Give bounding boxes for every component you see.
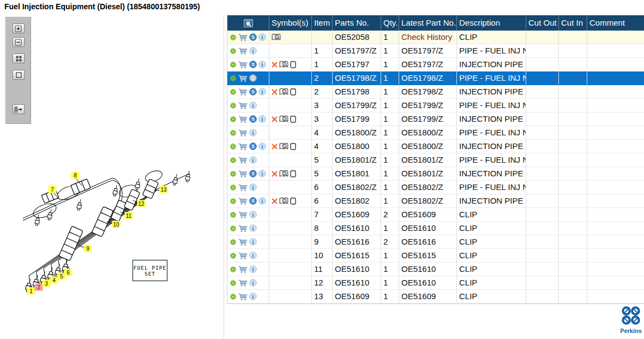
gear-icon[interactable] <box>230 61 237 68</box>
gear-icon[interactable] <box>230 116 237 123</box>
info-icon[interactable]: i <box>249 183 257 191</box>
cart-icon[interactable] <box>238 102 248 110</box>
table-row[interactable]: i3OE51799/Z1OE51799/ZPIPE - FUEL INJ NOZ <box>227 99 644 112</box>
col-header-actions[interactable] <box>227 15 269 31</box>
cart-icon[interactable] <box>238 74 248 82</box>
diagram-callout-13[interactable]: 13 <box>160 186 168 193</box>
parts-diagram[interactable]: FUEL PIPE SET 12345678910111213 <box>16 163 199 304</box>
info-icon[interactable]: i <box>258 61 266 68</box>
cart-icon[interactable] <box>238 293 248 301</box>
diagram-callout-12[interactable]: 12 <box>137 200 146 207</box>
info-icon[interactable]: i <box>258 33 266 41</box>
info-icon[interactable]: i <box>258 88 266 96</box>
diagram-callout-8[interactable]: 8 <box>71 172 80 179</box>
table-row[interactable]: Si1OE517971OE51797/ZINJECTION PIPE <box>227 58 644 72</box>
diagram-callout-3[interactable]: 3 <box>43 280 51 287</box>
col-header-cut_out[interactable]: Cut Out <box>526 15 559 31</box>
diagram-callout-7[interactable]: 7 <box>49 186 57 193</box>
info-icon[interactable]: i <box>258 170 266 177</box>
cart-icon[interactable] <box>238 183 248 192</box>
table-row[interactable]: i6OE51802/Z1OE51802/ZPIPE - FUEL INJ NOZ <box>227 181 644 194</box>
cart-icon[interactable] <box>238 33 248 41</box>
gear-icon[interactable] <box>230 211 237 218</box>
info-icon[interactable]: i <box>258 142 266 150</box>
supersession-icon[interactable]: S <box>249 88 257 96</box>
gear-icon[interactable] <box>230 225 237 232</box>
gear-icon[interactable] <box>230 184 237 191</box>
gear-icon[interactable] <box>230 143 237 150</box>
col-header-comment[interactable]: Comment <box>587 15 644 31</box>
cart-icon[interactable] <box>238 61 248 69</box>
search-window-icon[interactable] <box>244 19 253 27</box>
info-icon[interactable]: i <box>258 197 266 205</box>
gear-icon[interactable] <box>230 129 237 136</box>
gear-icon[interactable] <box>230 34 237 41</box>
clipboard-icon[interactable] <box>290 170 296 177</box>
col-header-symbols[interactable]: Symbol(s) <box>269 15 312 31</box>
supersession-icon[interactable]: S <box>249 170 257 177</box>
table-row[interactable]: i7OE516092OE51609CLIP <box>227 208 644 222</box>
diagram-callout-9[interactable]: 9 <box>84 245 92 252</box>
gear-icon[interactable] <box>230 279 237 287</box>
info-icon[interactable]: i <box>249 156 257 164</box>
cart-icon[interactable] <box>238 211 248 219</box>
info-icon[interactable]: i <box>249 47 257 55</box>
table-row[interactable]: i5OE51801/Z1OE51801/ZPIPE - FUEL INJ NOZ <box>227 153 644 167</box>
info-icon[interactable]: i <box>249 102 257 109</box>
col-header-item[interactable]: Item <box>312 15 333 31</box>
info-icon[interactable]: i <box>249 238 257 246</box>
gear-icon[interactable] <box>230 293 237 300</box>
clipboard-icon[interactable] <box>290 142 296 150</box>
cart-icon[interactable] <box>238 197 248 205</box>
table-row[interactable]: i12OE516101OE51610CLIP <box>227 276 644 290</box>
table-row[interactable]: i11OE516101OE51610CLIP <box>227 263 644 276</box>
cart-icon[interactable] <box>238 252 248 260</box>
zoom-in-button[interactable] <box>13 23 25 33</box>
gear-icon[interactable] <box>230 88 237 96</box>
cart-icon[interactable] <box>238 88 248 96</box>
table-row[interactable]: i9OE516162OE51616CLIP <box>227 235 644 249</box>
fit-view-button[interactable] <box>13 70 25 80</box>
col-header-qty[interactable]: Qty. <box>381 15 399 31</box>
supersession-icon[interactable]: S <box>249 115 257 123</box>
gear-icon[interactable] <box>230 198 237 205</box>
table-row[interactable]: Si4OE518001OE51800/ZINJECTION PIPE <box>227 140 644 153</box>
book-search-icon[interactable] <box>279 142 288 150</box>
info-icon[interactable]: i <box>249 74 257 82</box>
book-search-icon[interactable] <box>279 115 288 123</box>
gear-icon[interactable] <box>230 239 237 246</box>
table-row[interactable]: i4OE51800/Z1OE51800/ZPIPE - FUEL INJ NOZ <box>227 126 644 140</box>
diagram-callout-11[interactable]: 11 <box>125 212 133 219</box>
info-icon[interactable]: i <box>249 293 257 300</box>
table-row[interactable]: Si6OE518021OE51802/ZINJECTION PIPE <box>227 194 644 208</box>
info-icon[interactable]: i <box>249 252 257 259</box>
cart-icon[interactable] <box>238 129 248 137</box>
book-search-icon[interactable] <box>279 88 288 96</box>
cart-icon[interactable] <box>238 238 248 246</box>
cart-icon[interactable] <box>238 279 248 287</box>
table-row[interactable]: i8OE516101OE51610CLIP <box>227 222 644 235</box>
col-header-parts_no[interactable]: Parts No. <box>333 15 381 31</box>
book-search-icon[interactable] <box>279 61 288 68</box>
table-row[interactable]: Si3OE517991OE51799/ZINJECTION PIPE <box>227 112 644 126</box>
book-search-icon[interactable] <box>279 170 288 177</box>
col-header-cut_in[interactable]: Cut In <box>559 15 587 31</box>
gear-icon[interactable] <box>230 75 237 82</box>
table-row[interactable]: SiOE520581Check HistoryCLIP <box>227 31 644 44</box>
col-header-desc[interactable]: Description <box>457 15 526 31</box>
clipboard-icon[interactable] <box>290 61 296 68</box>
diagram-callout-1[interactable]: 1 <box>27 288 35 295</box>
info-icon[interactable]: i <box>249 265 257 273</box>
gear-icon[interactable] <box>230 170 237 177</box>
tile-view-button[interactable] <box>13 53 25 63</box>
gear-icon[interactable] <box>230 157 237 164</box>
supersession-icon[interactable]: S <box>249 61 257 68</box>
cart-icon[interactable] <box>238 142 248 151</box>
export-list-button[interactable] <box>13 104 25 114</box>
table-row[interactable]: Si2OE517981OE51798/ZINJECTION PIPE <box>227 85 644 99</box>
book-search-icon[interactable] <box>272 33 281 41</box>
gear-icon[interactable] <box>230 102 237 109</box>
info-icon[interactable]: i <box>258 115 266 123</box>
table-row[interactable]: Si5OE518011OE51801/ZINJECTION PIPE <box>227 167 644 181</box>
gear-icon[interactable] <box>230 252 237 259</box>
